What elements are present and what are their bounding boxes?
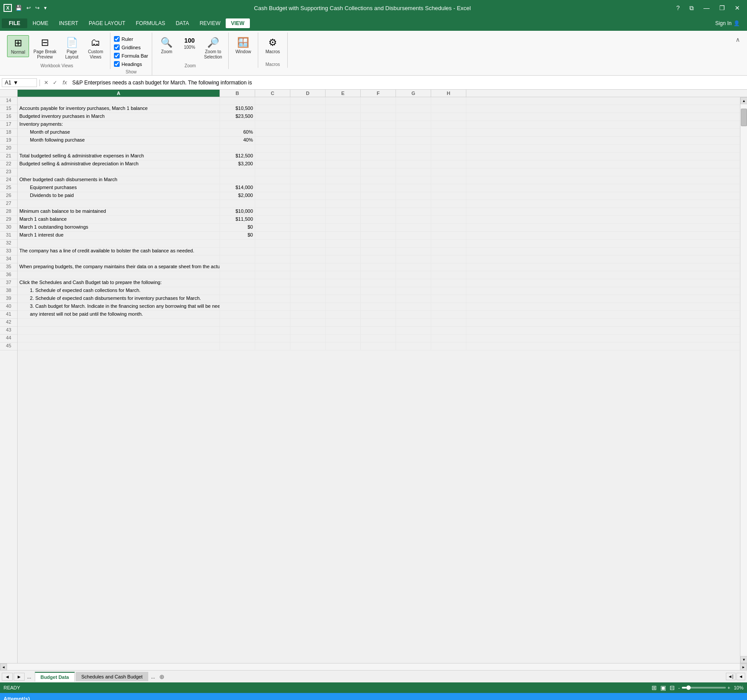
- row-number-30[interactable]: 30: [0, 224, 17, 232]
- cell-16-H[interactable]: [431, 113, 466, 120]
- cell-36-H[interactable]: [431, 271, 466, 279]
- cell-25-H[interactable]: [431, 184, 466, 192]
- menu-home[interactable]: HOME: [27, 18, 54, 28]
- cell-17-H[interactable]: [431, 121, 466, 128]
- cell-27-H[interactable]: [431, 200, 466, 208]
- cell-22-E[interactable]: [326, 160, 361, 168]
- cell-24-F[interactable]: [361, 176, 396, 184]
- cell-33-A[interactable]: The company has a line of credit availab…: [18, 248, 220, 255]
- cell-42-H[interactable]: [431, 319, 466, 326]
- cell-18-G[interactable]: [396, 129, 431, 136]
- col-header-f[interactable]: F: [361, 90, 396, 97]
- cell-21-G[interactable]: [396, 153, 431, 160]
- zoom-selection-button[interactable]: 🔎 Zoom toSelection: [201, 35, 225, 62]
- scroll-up-button[interactable]: ▲: [740, 97, 747, 104]
- menu-data[interactable]: DATA: [170, 18, 194, 28]
- cell-37-F[interactable]: [361, 279, 396, 287]
- customize-button[interactable]: ▾: [42, 4, 48, 12]
- zoom-plus-icon[interactable]: +: [728, 685, 730, 690]
- save-button[interactable]: 💾: [14, 4, 24, 12]
- cell-26-H[interactable]: [431, 192, 466, 200]
- row-number-38[interactable]: 38: [0, 287, 17, 295]
- cell-31-F[interactable]: [361, 232, 396, 239]
- cell-44-G[interactable]: [396, 335, 431, 342]
- cell-28-H[interactable]: [431, 208, 466, 215]
- cell-32-F[interactable]: [361, 240, 396, 247]
- cell-28-B[interactable]: $10,000: [220, 208, 255, 215]
- cell-36-C[interactable]: [255, 271, 290, 279]
- cell-18-C[interactable]: [255, 129, 290, 136]
- row-number-33[interactable]: 33: [0, 248, 17, 255]
- cell-31-B[interactable]: $0: [220, 232, 255, 239]
- cell-32-E[interactable]: [326, 240, 361, 247]
- cell-32-C[interactable]: [255, 240, 290, 247]
- cell-36-G[interactable]: [396, 271, 431, 279]
- tab-scroll-right-button[interactable]: ►: [14, 673, 25, 681]
- ribbon-collapse-button[interactable]: ∧: [732, 33, 743, 47]
- cell-21-D[interactable]: [290, 153, 326, 160]
- cell-40-G[interactable]: [396, 303, 431, 310]
- cell-24-B[interactable]: [220, 176, 255, 184]
- cell-43-F[interactable]: [361, 327, 396, 334]
- cell-31-A[interactable]: March 1 interest due: [18, 232, 220, 239]
- cell-40-B[interactable]: [220, 303, 255, 310]
- row-number-27[interactable]: 27: [0, 200, 17, 208]
- cell-32-H[interactable]: [431, 240, 466, 247]
- row-number-31[interactable]: 31: [0, 232, 17, 240]
- cell-30-F[interactable]: [361, 224, 396, 231]
- tab-schedules-cash-budget[interactable]: Schedules and Cash Budget: [76, 672, 148, 681]
- cell-41-C[interactable]: [255, 311, 290, 318]
- cell-26-D[interactable]: [290, 192, 326, 200]
- cell-18-H[interactable]: [431, 129, 466, 136]
- more-sheets-button[interactable]: ...: [26, 673, 33, 680]
- cell-14-H[interactable]: [431, 97, 466, 105]
- cell-14-B[interactable]: [220, 97, 255, 105]
- cell-21-H[interactable]: [431, 153, 466, 160]
- cell-41-G[interactable]: [396, 311, 431, 318]
- formula-confirm-button[interactable]: ✓: [51, 79, 59, 87]
- cell-33-F[interactable]: [361, 248, 396, 255]
- cell-40-F[interactable]: [361, 303, 396, 310]
- cell-45-E[interactable]: [326, 343, 361, 350]
- cell-27-F[interactable]: [361, 200, 396, 208]
- page-layout-status-icon[interactable]: ▣: [660, 684, 666, 691]
- row-number-41[interactable]: 41: [0, 311, 17, 319]
- cell-14-D[interactable]: [290, 97, 326, 105]
- cell-45-C[interactable]: [255, 343, 290, 350]
- cell-17-B[interactable]: [220, 121, 255, 128]
- page-layout-button[interactable]: 📄 PageLayout: [61, 35, 83, 62]
- cell-21-C[interactable]: [255, 153, 290, 160]
- cell-22-C[interactable]: [255, 160, 290, 168]
- cell-42-B[interactable]: [220, 319, 255, 326]
- cell-41-F[interactable]: [361, 311, 396, 318]
- row-number-29[interactable]: 29: [0, 216, 17, 224]
- cell-19-E[interactable]: [326, 137, 361, 144]
- window-button[interactable]: 🪟 Window: [232, 35, 254, 56]
- macros-button[interactable]: ⚙ Macros: [262, 35, 284, 56]
- col-header-e[interactable]: E: [326, 90, 361, 97]
- minimize-button[interactable]: —: [700, 4, 713, 12]
- cell-36-B[interactable]: [220, 271, 255, 279]
- cell-19-D[interactable]: [290, 137, 326, 144]
- cell-32-B[interactable]: [220, 240, 255, 247]
- col-header-c[interactable]: C: [255, 90, 290, 97]
- cell-22-G[interactable]: [396, 160, 431, 168]
- cell-43-H[interactable]: [431, 327, 466, 334]
- menu-formulas[interactable]: FORMULAS: [131, 18, 171, 28]
- row-number-26[interactable]: 26: [0, 192, 17, 200]
- zoom-slider[interactable]: - +: [678, 685, 730, 690]
- zoom-100-button[interactable]: 100 100%: [179, 35, 201, 52]
- cell-45-D[interactable]: [290, 343, 326, 350]
- cell-15-A[interactable]: Accounts payable for inventory purchases…: [18, 105, 220, 113]
- cell-36-F[interactable]: [361, 271, 396, 279]
- cell-21-A[interactable]: Total budgeted selling & administrative …: [18, 153, 220, 160]
- cell-28-G[interactable]: [396, 208, 431, 215]
- cell-15-G[interactable]: [396, 105, 431, 113]
- cell-28-E[interactable]: [326, 208, 361, 215]
- col-header-g[interactable]: G: [396, 90, 431, 97]
- cell-34-B[interactable]: [220, 255, 255, 263]
- cell-35-G[interactable]: [396, 263, 431, 271]
- row-number-14[interactable]: 14: [0, 97, 17, 105]
- cell-24-G[interactable]: [396, 176, 431, 184]
- row-number-20[interactable]: 20: [0, 145, 17, 153]
